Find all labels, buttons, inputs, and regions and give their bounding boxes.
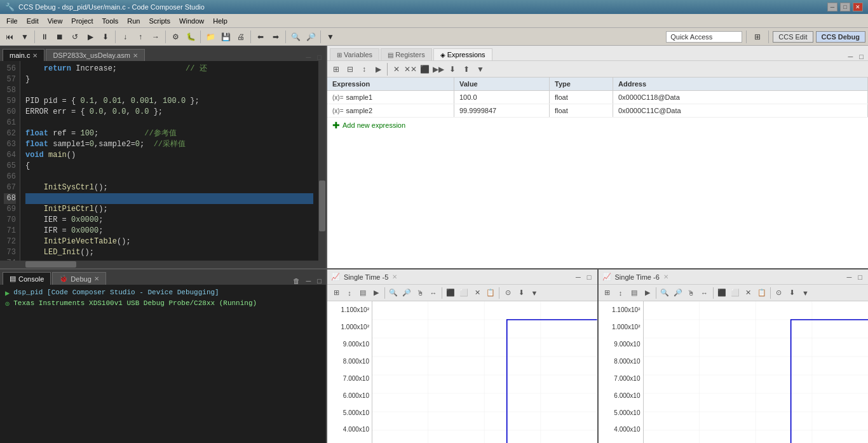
chart-2-btn-13[interactable]: ⊙: [773, 287, 785, 299]
toolbar-btn-5[interactable]: ↺: [68, 30, 82, 44]
tab-debug-close[interactable]: ✕: [94, 275, 99, 282]
menu-view[interactable]: View: [44, 16, 67, 26]
ccs-debug-button[interactable]: CCS Debug: [816, 31, 866, 43]
chart-2-btn-7[interactable]: 🖱: [685, 287, 698, 299]
toolbar-btn-1[interactable]: ⏮: [3, 30, 17, 44]
add-expr-label[interactable]: Add new expression: [342, 121, 405, 129]
toolbar-btn-18[interactable]: 🔍: [288, 30, 302, 44]
chart-1-btn-5[interactable]: 🔍: [387, 287, 400, 299]
var-minimize[interactable]: ─: [846, 53, 855, 60]
tab-main-c[interactable]: main.c ✕: [3, 49, 44, 61]
add-expression-row[interactable]: ✚ Add new expression: [327, 118, 868, 133]
chart-1-btn-10[interactable]: ⬜: [458, 287, 470, 299]
chart-1-btn-9[interactable]: ⬛: [444, 287, 457, 299]
chart-1-btn-15[interactable]: ▼: [528, 287, 541, 299]
chart-1-btn-8[interactable]: ↔: [427, 287, 440, 299]
editor-minimize[interactable]: ─: [304, 53, 313, 61]
chart-1-maximize[interactable]: □: [585, 273, 593, 281]
chart-1-btn-13[interactable]: ⊙: [501, 287, 514, 299]
toolbar-btn-19[interactable]: 🔎: [304, 30, 318, 44]
menu-scripts[interactable]: Scripts: [145, 16, 174, 26]
chart-1-btn-7[interactable]: 🖱: [414, 287, 426, 299]
tab-expressions[interactable]: ◈ Expressions: [433, 48, 492, 60]
toolbar-btn-16[interactable]: ⬅: [254, 30, 268, 44]
var-tb-btn-5[interactable]: ✕: [390, 63, 403, 76]
toolbar-btn-9[interactable]: ↑: [133, 30, 147, 44]
editor-hscrollbar[interactable]: [0, 261, 326, 268]
chart-1-btn-11[interactable]: ✕: [471, 287, 484, 299]
var-tb-btn-7[interactable]: ⬛: [418, 63, 431, 76]
chart-2-maximize[interactable]: □: [856, 273, 864, 281]
menu-edit[interactable]: Edit: [23, 16, 43, 26]
var-tb-btn-6[interactable]: ✕✕: [404, 63, 417, 76]
code-area[interactable]: return Increase; // 还} PID pid = { 0.1, …: [20, 61, 318, 261]
chart-1-btn-2[interactable]: ↕: [343, 287, 356, 299]
chart-1-btn-4[interactable]: ▶: [370, 287, 383, 299]
chart-2-btn-11[interactable]: ✕: [742, 287, 755, 299]
quick-access-box[interactable]: Quick Access: [666, 31, 742, 43]
chart-1-btn-3[interactable]: ▤: [356, 287, 369, 299]
toolbar-btn-2[interactable]: ▼: [18, 30, 32, 44]
var-tb-btn-8[interactable]: ▶▶: [432, 63, 445, 76]
tab-delay-asm-close[interactable]: ✕: [133, 52, 138, 59]
editor-vscrollbar[interactable]: [318, 61, 326, 261]
menu-window[interactable]: Window: [175, 16, 208, 26]
console-minimize[interactable]: ─: [304, 277, 313, 285]
var-tb-btn-3[interactable]: ↕: [358, 63, 370, 76]
close-button[interactable]: ✕: [853, 3, 863, 11]
title-bar-controls[interactable]: ─ □ ✕: [827, 3, 863, 11]
console-tb-clear[interactable]: 🗑: [291, 277, 302, 285]
console-maximize[interactable]: □: [315, 277, 323, 285]
editor-maximize[interactable]: □: [315, 53, 323, 61]
chart-1-btn-6[interactable]: 🔎: [400, 287, 413, 299]
chart-2-minimize[interactable]: ─: [845, 273, 854, 281]
toolbar-btn-12[interactable]: 🐛: [184, 30, 198, 44]
chart-2-btn-15[interactable]: ▼: [799, 287, 812, 299]
menu-file[interactable]: File: [3, 16, 22, 26]
var-maximize[interactable]: □: [857, 53, 865, 60]
toolbar-btn-11[interactable]: ⚙: [168, 30, 182, 44]
var-tb-btn-4[interactable]: ▶: [372, 63, 384, 76]
chart-2-btn-3[interactable]: ▤: [628, 287, 641, 299]
toolbar-btn-20[interactable]: ▼: [323, 30, 337, 44]
tab-main-c-close[interactable]: ✕: [32, 52, 37, 59]
maximize-button[interactable]: □: [840, 3, 850, 11]
toolbar-btn-8[interactable]: ↓: [118, 30, 132, 44]
chart-2-close[interactable]: ✕: [663, 273, 668, 280]
minimize-button[interactable]: ─: [827, 3, 837, 11]
ccs-edit-button[interactable]: CCS Edit: [773, 31, 813, 43]
tab-registers[interactable]: ▤ Registers: [381, 48, 432, 60]
var-tb-btn-1[interactable]: ⊞: [330, 63, 342, 76]
toolbar-btn-15[interactable]: 🖨: [234, 30, 248, 44]
chart-1-btn-12[interactable]: 📋: [484, 287, 497, 299]
chart-2-btn-5[interactable]: 🔍: [658, 287, 671, 299]
toolbar-btn-4[interactable]: ⏹: [53, 30, 67, 44]
menu-help[interactable]: Help: [209, 16, 231, 26]
menu-project[interactable]: Project: [67, 16, 97, 26]
menu-tools[interactable]: Tools: [98, 16, 123, 26]
chart-2-btn-9[interactable]: ⬛: [715, 287, 728, 299]
toolbar-btn-10[interactable]: →: [149, 30, 163, 44]
editor-vscrollbar-thumb[interactable]: [319, 181, 325, 231]
tab-delay-asm[interactable]: DSP2833x_usDelay.asm ✕: [46, 49, 144, 61]
toolbar-btn-17[interactable]: ➡: [269, 30, 283, 44]
toolbar-btn-14[interactable]: 💾: [219, 30, 233, 44]
tab-debug[interactable]: 🐞 Debug ✕: [52, 272, 105, 285]
var-tb-btn-2[interactable]: ⊟: [344, 63, 356, 76]
chart-2-btn-1[interactable]: ⊞: [601, 287, 614, 299]
chart-2-btn-2[interactable]: ↕: [614, 287, 627, 299]
var-tb-btn-11[interactable]: ▼: [474, 63, 487, 76]
chart-1-btn-1[interactable]: ⊞: [330, 287, 342, 299]
chart-1-btn-14[interactable]: ⬇: [515, 287, 527, 299]
chart-2-btn-10[interactable]: ⬜: [729, 287, 742, 299]
chart-2-btn-6[interactable]: 🔎: [672, 287, 684, 299]
tab-console[interactable]: ▤ Console: [3, 272, 51, 285]
chart-2-btn-4[interactable]: ▶: [641, 287, 654, 299]
toolbar-btn-13[interactable]: 📁: [203, 30, 217, 44]
chart-2-btn-8[interactable]: ↔: [698, 287, 711, 299]
tab-variables[interactable]: ⊞ Variables: [330, 48, 379, 60]
chart-1-minimize[interactable]: ─: [574, 273, 583, 281]
chart-2-btn-12[interactable]: 📋: [756, 287, 768, 299]
toolbar-btn-6[interactable]: ▶: [83, 30, 97, 44]
menu-run[interactable]: Run: [123, 16, 144, 26]
